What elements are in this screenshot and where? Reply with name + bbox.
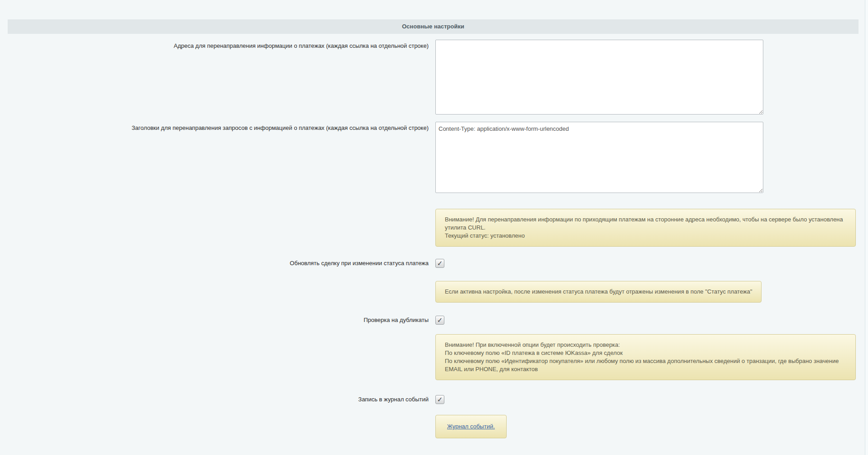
duplicates-field: ✓ [435,316,444,325]
redirect-addresses-label: Адреса для перенаправления информации о … [0,40,429,115]
duplicates-note-row: Внимание! При включенной опции будет про… [435,334,868,380]
duplicates-warning-note: Внимание! При включенной опции будет про… [435,334,856,380]
form-row-update-deal: Обновлять сделку при изменении статуса п… [0,259,868,268]
duplicates-note-line3: По ключевому полю «Идентификатор покупат… [445,357,846,373]
journal-checkbox[interactable]: ✓ [435,395,444,404]
redirect-addresses-textarea[interactable] [435,40,763,115]
journal-label: Запись в журнал событий [0,396,429,403]
update-deal-label: Обновлять сделку при изменении статуса п… [0,260,429,267]
payment-settings-page: Основные настройки Адреса для перенаправ… [0,0,868,455]
form-row-duplicates: Проверка на дубликаты ✓ [0,316,868,325]
redirect-headers-field: Content-Type: application/x-www-form-url… [435,122,763,193]
update-deal-field: ✓ [435,259,444,268]
curl-warning-text: Внимание! Для перенаправления информации… [445,216,846,232]
journal-link-row: Журнал событий. [435,415,868,438]
redirect-headers-label: Заголовки для перенаправления запросов с… [0,122,429,193]
update-deal-note-row: Если активна настройка, после изменения … [435,281,868,303]
curl-warning-note: Внимание! Для перенаправления информации… [435,209,856,247]
form-row-journal: Запись в журнал событий ✓ [0,395,868,404]
curl-status-text: Текущий статус: установлено [445,232,846,240]
duplicates-note-line2: По ключевому полю «ID платежа в системе … [445,349,846,357]
update-deal-checkbox[interactable]: ✓ [435,259,444,268]
checkmark-icon: ✓ [436,316,444,324]
section-header: Основные настройки [8,19,859,34]
curl-warning-row: Внимание! Для перенаправления информации… [435,209,868,247]
section-title: Основные настройки [402,23,464,30]
redirect-addresses-field [435,40,763,115]
form-row-redirect-headers: Заголовки для перенаправления запросов с… [0,122,868,193]
form-row-redirect-addresses: Адреса для перенаправления информации о … [0,40,868,115]
scrollbar-track[interactable] [865,0,868,455]
journal-field: ✓ [435,395,444,404]
checkmark-icon: ✓ [436,395,444,403]
update-deal-note: Если активна настройка, после изменения … [435,281,762,303]
redirect-headers-textarea[interactable]: Content-Type: application/x-www-form-url… [435,122,763,193]
duplicates-label: Проверка на дубликаты [0,317,429,324]
checkmark-icon: ✓ [436,259,444,267]
duplicates-note-line1: Внимание! При включенной опции будет про… [445,341,846,349]
journal-link[interactable]: Журнал событий. [447,423,495,430]
journal-link-box: Журнал событий. [435,415,507,438]
update-deal-note-text: Если активна настройка, после изменения … [445,288,752,296]
duplicates-checkbox[interactable]: ✓ [435,316,444,325]
